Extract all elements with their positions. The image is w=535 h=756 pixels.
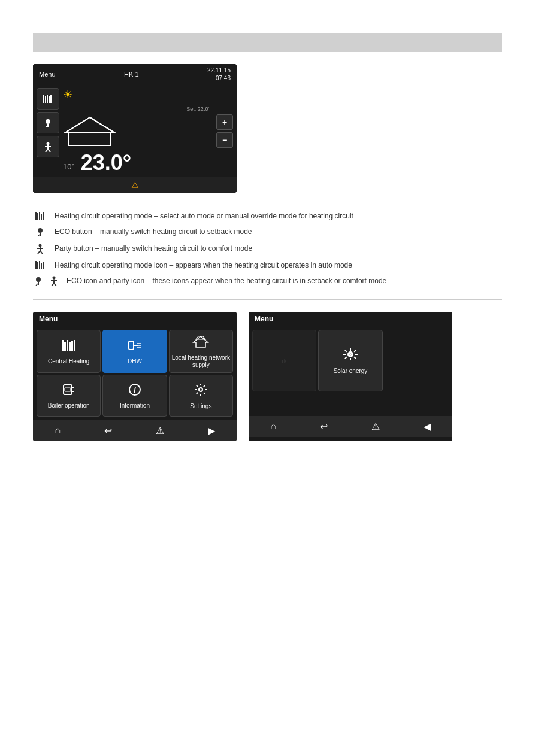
menu-item-solar-energy[interactable]: Solar energy xyxy=(318,330,382,391)
svg-rect-1 xyxy=(45,96,46,103)
menu-item-local-heating[interactable]: Local heating network supply xyxy=(169,330,233,373)
menu2-item-partial-1: rk xyxy=(252,330,316,391)
menu2-title: Menu xyxy=(255,315,273,323)
back-button-2[interactable]: ↩ xyxy=(315,420,333,433)
description-section: Heating circuit operating mode – select … xyxy=(33,211,502,287)
svg-line-69 xyxy=(354,350,356,352)
temp-up-button[interactable]: + xyxy=(216,114,233,130)
svg-rect-42 xyxy=(64,342,66,351)
menu-item-boiler[interactable]: Boiler operation xyxy=(37,375,101,417)
svg-point-5 xyxy=(46,119,50,124)
party-desc-icon2 xyxy=(49,275,59,287)
svg-line-22 xyxy=(38,235,40,236)
menu1-title: Menu xyxy=(39,315,58,323)
desc-text-1: Heating circuit operating mode – select … xyxy=(55,211,353,221)
svg-line-68 xyxy=(354,357,356,359)
prev-button-2[interactable]: ◀ xyxy=(419,420,436,433)
menu-label[interactable]: Menu xyxy=(39,71,56,78)
svg-line-35 xyxy=(36,284,38,286)
house-graphic xyxy=(63,114,117,147)
menu-item-central-heating[interactable]: Central Heating xyxy=(37,330,101,373)
menu-item-information[interactable]: i Information xyxy=(102,375,167,417)
warning-button-1[interactable]: ⚠ xyxy=(151,424,169,438)
svg-rect-6 xyxy=(47,124,49,127)
svg-rect-0 xyxy=(43,95,44,103)
device-footer: ⚠ xyxy=(33,177,237,193)
small-temp: 10° xyxy=(63,162,75,174)
svg-rect-19 xyxy=(43,212,44,220)
svg-line-12 xyxy=(48,149,50,152)
current-temp: 23.0° xyxy=(81,152,131,174)
schedule-button[interactable] xyxy=(37,88,59,110)
solar-energy-label: Solar energy xyxy=(334,368,368,375)
menu1-header: Menu xyxy=(33,312,237,326)
desc-icon-4 xyxy=(33,260,47,271)
temp-down-button[interactable]: − xyxy=(216,132,233,148)
top-row: ☀ xyxy=(63,88,213,101)
svg-rect-15 xyxy=(35,212,37,220)
information-icon: i xyxy=(128,383,141,400)
menu-item-dhw[interactable]: DHW xyxy=(102,330,167,373)
svg-point-33 xyxy=(36,277,41,282)
schedule-desc-icon xyxy=(35,211,46,221)
svg-marker-14 xyxy=(66,117,114,132)
svg-rect-32 xyxy=(43,262,44,269)
party-icon xyxy=(42,141,54,153)
svg-marker-13 xyxy=(66,117,114,145)
main-device-screen: Menu HK 1 22.11.15 07:43 xyxy=(33,64,237,193)
desc-row-3: Party button – manually switch heating c… xyxy=(33,243,502,255)
menu2-grid: rk xyxy=(249,326,452,416)
menu-item-settings[interactable]: Settings xyxy=(169,375,233,417)
warning-icon[interactable]: ⚠ xyxy=(131,180,139,190)
back-button-1[interactable]: ↩ xyxy=(99,424,117,438)
device-time: 07:43 xyxy=(216,75,231,81)
device-datetime: 22.11.15 07:43 xyxy=(207,66,231,82)
eco-desc-icon2 xyxy=(33,275,44,287)
svg-line-67 xyxy=(345,350,347,352)
central-heating-label: Central Heating xyxy=(48,358,89,365)
svg-rect-4 xyxy=(50,95,52,103)
left-icon-column xyxy=(37,88,59,174)
boiler-icon xyxy=(61,383,77,400)
settings-icon xyxy=(194,382,208,400)
home-button-1[interactable]: ⌂ xyxy=(50,424,65,438)
local-heating-icon xyxy=(192,335,209,352)
desc-row-4: Heating circuit operating mode icon – ap… xyxy=(33,260,502,271)
party-button[interactable] xyxy=(37,136,59,157)
svg-rect-17 xyxy=(39,212,40,220)
svg-text:i: i xyxy=(134,386,136,394)
set-temp-label: Set: 22.0° xyxy=(186,106,210,112)
right-column: + − xyxy=(216,88,233,174)
svg-rect-3 xyxy=(49,96,50,103)
desc-text-4: Heating circuit operating mode icon – ap… xyxy=(55,260,352,271)
desc-text-3: Party button – manually switch heating c… xyxy=(55,243,252,254)
device-date: 22.11.15 xyxy=(207,67,231,74)
eco-button[interactable] xyxy=(37,112,59,133)
device-header: Menu HK 1 22.11.15 07:43 xyxy=(33,64,237,84)
sun-icon: ☀ xyxy=(63,88,72,101)
menu2-empty-2 xyxy=(252,393,316,413)
menu-device-2: Menu rk xyxy=(249,312,452,441)
section-divider xyxy=(33,299,502,300)
menu2-header: Menu xyxy=(249,312,452,326)
svg-rect-41 xyxy=(62,340,64,351)
dhw-icon xyxy=(128,339,142,356)
schedule-icon xyxy=(42,93,54,105)
solar-energy-icon xyxy=(342,347,359,365)
schedule-desc-icon2 xyxy=(35,260,46,271)
desc-text-5: ECO icon and party icon – these icons ap… xyxy=(67,275,386,286)
warning-button-2[interactable]: ⚠ xyxy=(367,420,385,433)
device-body: ☀ Set: 22.0° 10° 23.0° + − xyxy=(33,84,237,177)
desc-icon-2 xyxy=(33,226,47,238)
next-button-1[interactable]: ▶ xyxy=(203,424,220,438)
svg-point-8 xyxy=(47,142,50,145)
home-button-2[interactable]: ⌂ xyxy=(265,420,281,433)
local-heating-label: Local heating network supply xyxy=(172,354,230,369)
desc-row-5: ECO icon and party icon – these icons ap… xyxy=(33,275,502,287)
menu2-footer: ⌂ ↩ ⚠ ◀ xyxy=(249,416,452,437)
svg-rect-2 xyxy=(47,95,48,103)
svg-point-23 xyxy=(39,244,42,247)
menu-device-1: Menu Central Heating xyxy=(33,312,237,441)
menu2-empty-1 xyxy=(385,330,449,391)
temp-row: 10° 23.0° xyxy=(63,152,213,174)
